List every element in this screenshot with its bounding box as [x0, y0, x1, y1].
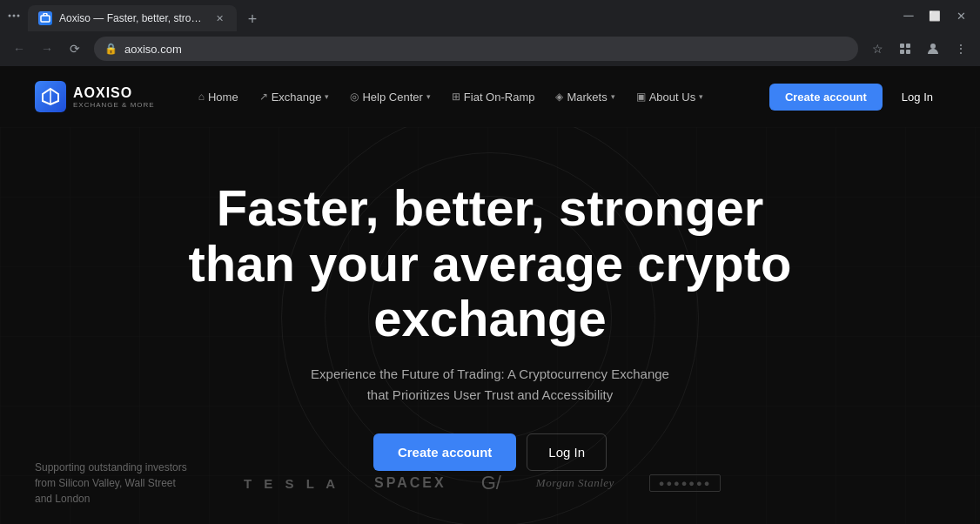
extensions-button[interactable]	[893, 37, 917, 61]
markets-icon: ◈	[555, 91, 563, 103]
investors-text: Supporting outstanding investors from Si…	[35, 460, 191, 507]
address-bar[interactable]: 🔒 aoxiso.com	[94, 37, 858, 61]
nav-exchange-label: Exchange	[272, 91, 322, 104]
hero-login-button[interactable]: Log In	[527, 433, 607, 471]
nav-home-label: Home	[208, 91, 238, 104]
browser-toolbar: ← → ⟳ 🔒 aoxiso.com ☆	[0, 31, 980, 66]
site-logo[interactable]: AOXISO EXCHANGE & MORE	[35, 81, 155, 112]
new-tab-button[interactable]: +	[240, 7, 265, 31]
svg-rect-7	[906, 50, 910, 54]
site-navigation: AOXISO EXCHANGE & MORE ⌂ Home ↗ Exchange…	[0, 66, 980, 127]
about-chevron-icon: ▾	[699, 92, 703, 101]
svg-rect-4	[900, 44, 904, 48]
logo-text-wrapper: AOXISO EXCHANGE & MORE	[73, 85, 155, 109]
url-text: aoxiso.com	[124, 43, 848, 56]
exchange-chevron-icon: ▾	[325, 92, 329, 101]
browser-chrome: Aoxiso — Faster, better, strong... ✕ + ─…	[0, 0, 980, 66]
markets-chevron-icon: ▾	[611, 92, 615, 101]
home-icon: ⌂	[198, 91, 205, 103]
tab-title: Aoxiso — Faster, better, strong...	[59, 12, 205, 24]
about-icon: ▣	[636, 91, 646, 103]
svg-rect-3	[41, 16, 50, 22]
nav-item-home[interactable]: ⌂ Home	[190, 85, 247, 109]
svg-rect-6	[900, 50, 904, 54]
browser-tab-active[interactable]: Aoxiso — Faster, better, strong... ✕	[28, 5, 237, 31]
profile-button[interactable]	[921, 37, 945, 61]
tab-favicon	[38, 11, 52, 25]
nav-markets-label: Markets	[567, 91, 607, 104]
tesla-logo: T E S L A	[244, 473, 339, 494]
nav-about-label: About Us	[649, 91, 695, 104]
restore-button[interactable]: ⬜	[923, 3, 947, 28]
nav-item-help-center[interactable]: ◎ Help Center ▾	[341, 85, 439, 109]
minimize-button[interactable]: ─	[896, 3, 921, 28]
tab-bar: Aoxiso — Faster, better, strong... ✕ +	[24, 0, 893, 31]
fiat-icon: ⊞	[452, 91, 460, 103]
nav-item-fiat[interactable]: ⊞ Fiat On-Ramp	[443, 85, 544, 109]
site-content: AOXISO EXCHANGE & MORE ⌂ Home ↗ Exchange…	[0, 66, 980, 524]
window-menu-icon[interactable]	[7, 9, 21, 23]
hero-title: Faster, better, stronger than your avera…	[185, 180, 795, 346]
website-content: AOXISO EXCHANGE & MORE ⌂ Home ↗ Exchange…	[0, 66, 980, 524]
reload-button[interactable]: ⟳	[63, 37, 87, 61]
menu-button[interactable]: ⋮	[949, 37, 973, 61]
bookmark-button[interactable]: ☆	[865, 37, 889, 61]
spacex-logo: SPACEX	[374, 475, 446, 491]
exchange-icon: ↗	[259, 91, 268, 103]
morgan-stanley-logo: Morgan Stanley	[536, 476, 614, 490]
hero-section: Faster, better, stronger than your avera…	[0, 127, 980, 524]
nav-actions: Create account Log In	[769, 84, 945, 111]
back-button[interactable]: ←	[7, 37, 31, 61]
nav-help-label: Help Center	[362, 91, 422, 104]
help-icon: ◎	[350, 91, 359, 103]
nav-fiat-label: Fiat On-Ramp	[464, 91, 535, 104]
lock-icon: 🔒	[104, 43, 117, 55]
help-chevron-icon: ▾	[426, 92, 431, 101]
toolbar-actions: ☆ ⋮	[865, 37, 973, 61]
nav-create-account-button[interactable]: Create account	[769, 84, 883, 111]
nav-item-markets[interactable]: ◈ Markets ▾	[547, 85, 623, 109]
google-logo: G/	[481, 472, 501, 494]
browser-title-bar: Aoxiso — Faster, better, strong... ✕ + ─…	[0, 0, 980, 31]
logo-icon	[35, 81, 66, 112]
hero-create-account-button[interactable]: Create account	[373, 433, 516, 471]
tab-close-button[interactable]: ✕	[212, 11, 226, 25]
nav-item-exchange[interactable]: ↗ Exchange ▾	[251, 85, 339, 109]
svg-rect-5	[906, 44, 910, 48]
forward-button[interactable]: →	[35, 37, 59, 61]
logo-name: AOXISO	[73, 85, 155, 101]
nav-item-about[interactable]: ▣ About Us ▾	[628, 85, 712, 109]
unknown-logo: ●●●●●●●	[649, 474, 722, 492]
close-button[interactable]: ✕	[949, 3, 973, 28]
svg-point-8	[930, 44, 936, 49]
window-controls: ─ ⬜ ✕	[896, 3, 973, 28]
svg-point-2	[17, 15, 20, 17]
nav-login-button[interactable]: Log In	[889, 84, 945, 111]
nav-links: ⌂ Home ↗ Exchange ▾ ◎ Help Center ▾ ⊞ Fi…	[190, 85, 769, 109]
hero-buttons: Create account Log In	[373, 433, 607, 471]
svg-point-0	[9, 15, 11, 17]
svg-point-1	[13, 15, 16, 17]
hero-subtitle: Experience the Future of Trading: A Cryp…	[307, 364, 673, 406]
logo-subtitle: EXCHANGE & MORE	[73, 101, 155, 109]
investor-logos: T E S L A SPACEX G/ Morgan Stanley	[244, 472, 945, 494]
